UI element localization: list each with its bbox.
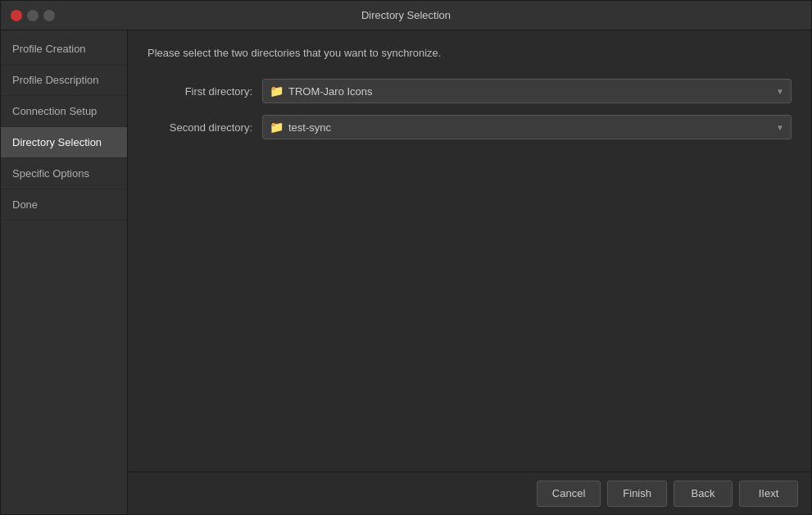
sidebar: Profile Creation Profile Description Con… [1, 30, 128, 514]
main-inner: Please select the two directories that y… [128, 30, 811, 472]
second-directory-select[interactable]: 📁 test-sync ▼ [262, 115, 792, 139]
first-directory-arrow: ▼ [776, 87, 784, 96]
first-directory-value: TROM-Jaro Icons [288, 85, 373, 98]
window-controls [11, 10, 55, 21]
sidebar-item-done[interactable]: Done [1, 189, 127, 221]
cancel-button[interactable]: Cancel [537, 481, 601, 507]
first-directory-row: First directory: 📁 TROM-Jaro Icons ▼ [147, 79, 792, 103]
footer: Cancel Finish Back IIext [128, 472, 811, 514]
minimize-button[interactable] [27, 10, 39, 21]
sidebar-item-directory-selection[interactable]: Directory Selection [1, 127, 127, 158]
sidebar-item-connection-setup[interactable]: Connection Setup [1, 96, 127, 127]
description-text: Please select the two directories that y… [147, 47, 792, 59]
close-button[interactable] [11, 10, 22, 21]
main-window: Directory Selection Profile Creation Pro… [0, 0, 812, 515]
folder-icon-second: 📁 [270, 121, 284, 134]
titlebar: Directory Selection [1, 1, 811, 30]
first-directory-label: First directory: [147, 85, 262, 98]
folder-icon-first: 📁 [270, 84, 284, 98]
main-content: Please select the two directories that y… [128, 30, 811, 514]
content-area: Profile Creation Profile Description Con… [1, 30, 811, 514]
maximize-button[interactable] [43, 10, 55, 21]
second-directory-row: Second directory: 📁 test-sync ▼ [147, 115, 792, 139]
next-button[interactable]: IIext [739, 481, 798, 507]
second-directory-label: Second directory: [147, 121, 262, 134]
sidebar-item-profile-description[interactable]: Profile Description [1, 65, 127, 96]
sidebar-item-profile-creation[interactable]: Profile Creation [1, 34, 127, 65]
sidebar-item-specific-options[interactable]: Specific Options [1, 158, 127, 189]
second-directory-arrow: ▼ [776, 123, 784, 132]
back-button[interactable]: Back [674, 481, 733, 507]
finish-button[interactable]: Finish [607, 481, 667, 507]
window-title: Directory Selection [361, 9, 451, 21]
first-directory-select[interactable]: 📁 TROM-Jaro Icons ▼ [262, 79, 792, 103]
second-directory-value: test-sync [288, 121, 331, 134]
